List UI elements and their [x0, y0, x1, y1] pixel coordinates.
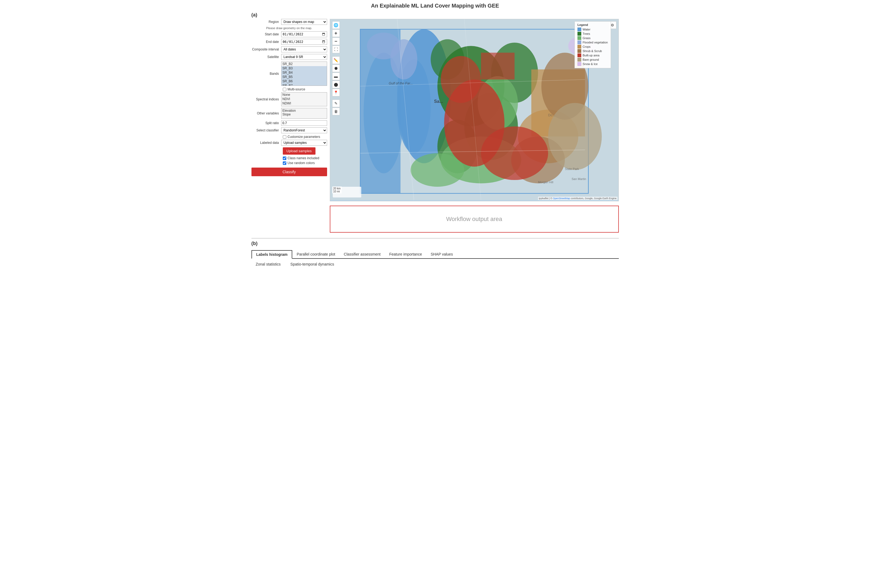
random-colors-checkbox[interactable] [283, 161, 286, 165]
satellite-label: Satellite [252, 55, 281, 59]
map-toolbar: 🌐 + − ⛶ ✏️ ⬟ ▬ ⬤ 📍 ✎ 🗑 [332, 21, 340, 115]
tab-parallel-coordinate[interactable]: Parallel coordinate plot [292, 250, 339, 258]
legend-item-label: Snow & Ice [582, 62, 598, 65]
tab-shap-values[interactable]: SHAP values [426, 250, 457, 258]
band-item[interactable]: SR_B2 [282, 62, 327, 66]
band-item[interactable]: SR_B7 [282, 83, 327, 86]
start-date-row: Start date [252, 31, 327, 37]
labeled-data-label: Labeled data [252, 141, 281, 145]
legend-item: Crops [578, 45, 608, 49]
other-vars-box[interactable]: Elevation Slope [281, 108, 327, 119]
band-item[interactable]: SR_B4 [282, 70, 327, 75]
draw-circle-button[interactable]: ⬤ [332, 81, 340, 88]
map-scale: 20 km 10 mi [332, 187, 342, 193]
draw-marker-button[interactable]: 📍 [332, 89, 340, 97]
other-var-item: Slope [283, 113, 326, 116]
upload-samples-button[interactable]: Upload samples [283, 147, 316, 154]
tab-classifier-assessment[interactable]: Classifier assessment [340, 250, 385, 258]
scale-mi: 10 mi [333, 190, 341, 193]
classifier-row: Select classifier RandomForest [252, 128, 327, 133]
svg-text:Morgan Hill: Morgan Hill [538, 181, 553, 184]
satellite-select[interactable]: Landsat 9 SR [281, 54, 327, 60]
spectral-item[interactable]: None [282, 92, 327, 97]
legend-color-swatch [578, 45, 581, 49]
legend-color-swatch [578, 40, 581, 44]
draw-line-button[interactable]: ✏️ [332, 56, 340, 64]
tab-spatio-temporal[interactable]: Spatio-temporal dynamics [286, 261, 338, 267]
split-ratio-row: Split ratio [252, 120, 327, 126]
draw-rectangle-button[interactable]: ▬ [332, 73, 340, 80]
labeled-data-select[interactable]: Upload samples [281, 140, 327, 146]
legend-item-label: Built-up area [582, 54, 599, 57]
region-select[interactable]: Draw shapes on map [281, 19, 327, 25]
openstreetmap-link[interactable]: OpenStreetMap [553, 197, 570, 200]
legend-item-label: Water [582, 28, 590, 31]
edit-button[interactable]: ✎ [332, 99, 340, 107]
svg-point-23 [548, 103, 602, 170]
legend-item: Snow & Ice [578, 62, 608, 66]
section-b-header: (b) [252, 241, 619, 248]
customize-label: Customize parameters [288, 135, 320, 139]
legend-title: Legend [578, 23, 608, 27]
band-item[interactable]: SR_B6 [282, 79, 327, 83]
tab-zonal-statistics[interactable]: Zonal statistics [252, 261, 285, 267]
fullscreen-button[interactable]: ⛶ [332, 46, 340, 53]
start-date-input[interactable] [281, 31, 327, 37]
end-date-input[interactable] [281, 39, 327, 45]
zoom-in-button[interactable]: + [332, 30, 340, 37]
svg-rect-22 [481, 53, 514, 79]
legend-item: Bare ground [578, 58, 608, 61]
legend-color-swatch [578, 49, 581, 53]
composite-label: Composite interval [252, 48, 281, 51]
band-item[interactable]: SR_B5 [282, 75, 327, 79]
end-date-row: End date [252, 39, 327, 45]
classify-button[interactable]: Classify [252, 168, 327, 176]
classifier-label: Select classifier [252, 128, 281, 132]
legend-item-label: Flooded vegetation [582, 41, 608, 44]
globe-button[interactable]: 🌐 [332, 21, 340, 29]
spectral-label: Spectral indices [252, 97, 281, 101]
bands-list[interactable]: SR_B2 SR_B3 SR_B4 SR_B5 SR_B6 SR_B7 ST_B… [281, 61, 327, 86]
bands-label: Bands [252, 72, 281, 76]
composite-select[interactable]: All dates [281, 46, 327, 52]
band-item[interactable]: SR_B3 [282, 66, 327, 70]
classifier-select[interactable]: RandomForest [281, 128, 327, 133]
spectral-item[interactable]: NDVI [282, 97, 327, 101]
legend-color-swatch [578, 36, 581, 40]
svg-point-20 [481, 126, 548, 180]
svg-text:Sa...: Sa... [434, 99, 443, 104]
map-attribution: ipyleaflet | © OpenStreetMap contributor… [538, 197, 617, 200]
labeled-data-row: Labeled data Upload samples [252, 140, 327, 146]
legend-item: Built-up area [578, 53, 608, 57]
composite-row: Composite interval All dates [252, 46, 327, 52]
tabs-row-1: Labels histogram Parallel coordinate plo… [252, 250, 619, 259]
multisource-row: Multi-source [283, 88, 327, 91]
workflow-output-area: Workflow output area [330, 206, 619, 233]
legend-item: Water [578, 28, 608, 31]
legend-item: Flooded vegetation [578, 40, 608, 44]
legend-color-swatch [578, 28, 581, 31]
multisource-checkbox[interactable] [283, 88, 286, 91]
right-panel: Gulf of the Far... Sa... Do... State Par… [330, 19, 619, 233]
legend-item: Grass [578, 36, 608, 40]
class-names-checkbox[interactable] [283, 156, 286, 160]
spectral-item[interactable]: NDWI [282, 101, 327, 105]
svg-point-25 [367, 33, 400, 59]
end-date-label: End date [252, 40, 281, 44]
delete-button[interactable]: 🗑 [332, 108, 340, 115]
customize-checkbox[interactable] [283, 135, 286, 139]
tab-feature-importance[interactable]: Feature importance [385, 250, 426, 258]
svg-text:State Park: State Park [565, 167, 579, 171]
draw-polygon-button[interactable]: ⬟ [332, 64, 340, 72]
spectral-list[interactable]: None NDVI NDWI [281, 92, 327, 106]
svg-text:San Martin: San Martin [572, 177, 586, 181]
spectral-row: Spectral indices None NDVI NDWI [252, 92, 327, 106]
other-var-item: Elevation [283, 109, 326, 113]
zoom-out-button[interactable]: − [332, 37, 340, 45]
main-title: An Explainable ML Land Cover Mapping wit… [252, 3, 619, 9]
split-ratio-input[interactable] [281, 120, 327, 126]
svg-text:Do...: Do... [548, 113, 555, 117]
region-row: Region Draw shapes on map [252, 19, 327, 25]
other-vars-row: Other variables Elevation Slope [252, 108, 327, 119]
tab-labels-histogram[interactable]: Labels histogram [252, 250, 292, 259]
